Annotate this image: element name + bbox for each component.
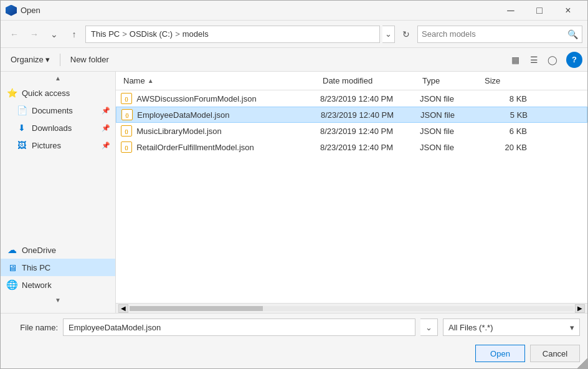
sidebar-item-onedrive[interactable]: ☁ OneDrive — [1, 241, 115, 259]
file-type-cell: JSON file — [420, 143, 482, 152]
file-row[interactable]: EmployeeDataModel.json 8/23/2019 12:40 P… — [116, 107, 587, 123]
documents-pin: 📌 — [102, 107, 110, 115]
this-pc-label: This PC — [22, 263, 110, 272]
col-header-size[interactable]: Size — [482, 76, 532, 85]
view-grid-button[interactable]: ▦ — [506, 52, 524, 68]
refresh-button[interactable]: ↻ — [397, 26, 415, 43]
file-date-cell: 8/23/2019 12:40 PM — [321, 110, 420, 120]
network-icon: 🌐 — [6, 279, 18, 291]
sidebar-item-quick-access[interactable]: ⭐ Quick access — [1, 84, 115, 102]
toolbar: Organize ▾ New folder ▦ ☰ ◯ ? — [1, 48, 587, 72]
quick-access-icon: ⭐ — [6, 87, 18, 99]
view-list-button[interactable]: ☰ — [525, 52, 543, 68]
file-date-cell: 8/23/2019 12:40 PM — [320, 127, 420, 136]
this-pc-icon: 🖥 — [6, 261, 18, 274]
search-icon: 🔍 — [567, 29, 578, 39]
file-name-dropdown[interactable]: ⌄ — [420, 319, 438, 336]
sidebar-scroll-up[interactable]: ▲ — [1, 72, 115, 84]
file-date-cell: 8/23/2019 12:40 PM — [320, 143, 420, 152]
main-content: ▲ ⭐ Quick access 📄 Documents 📌 ⬇ Downloa… — [1, 72, 587, 313]
scroll-thumb[interactable] — [130, 306, 263, 311]
file-size-cell: 8 KB — [482, 94, 532, 103]
sidebar-item-network[interactable]: 🌐 Network — [1, 276, 115, 294]
file-size-cell: 5 KB — [483, 110, 533, 120]
quick-access-label: Quick access — [22, 89, 110, 98]
file-icon — [121, 125, 132, 137]
window-controls: ─ □ × — [496, 1, 582, 21]
address-bar: ← → ⌄ ↑ This PC > OSDisk (C:) > models ⌄… — [1, 21, 587, 48]
documents-label: Documents — [32, 106, 99, 115]
toolbar-separator — [60, 54, 60, 66]
file-size-cell: 20 KB — [482, 143, 532, 152]
documents-icon: 📄 — [16, 104, 28, 117]
forward-button[interactable]: → — [26, 26, 43, 43]
close-button[interactable]: × — [554, 1, 582, 21]
search-input[interactable] — [422, 29, 567, 39]
bottom-section: File name: ⌄ All Files (*.*) Open Cancel — [1, 313, 587, 368]
scroll-left-button[interactable]: ◀ — [118, 304, 128, 313]
sidebar: ▲ ⭐ Quick access 📄 Documents 📌 ⬇ Downloa… — [1, 72, 116, 313]
file-row[interactable]: AWSDiscussionForumModel.json 8/23/2019 1… — [116, 90, 587, 107]
organize-button[interactable]: Organize ▾ — [6, 52, 55, 68]
file-name-row: File name: ⌄ All Files (*.*) — [1, 314, 587, 341]
file-name-cell: MusicLibraryModel.json — [121, 125, 320, 137]
view-buttons: ▦ ☰ ◯ ? — [506, 52, 582, 68]
downloads-pin: 📌 — [102, 124, 110, 132]
title-bar: Open ─ □ × — [1, 1, 587, 21]
view-details-button[interactable]: ◯ — [544, 52, 561, 68]
help-button[interactable]: ? — [566, 52, 582, 68]
col-header-type[interactable]: Type — [420, 76, 482, 85]
file-name-cell: EmployeeDataModel.json — [121, 109, 321, 120]
file-list: Name ▲ Date modified Type Size — [116, 72, 587, 303]
file-type-select[interactable]: All Files (*.*) — [443, 319, 580, 336]
col-header-name[interactable]: Name ▲ — [121, 76, 320, 85]
sort-arrow-name: ▲ — [148, 77, 154, 84]
path-dropdown[interactable]: ⌄ — [382, 26, 395, 43]
onedrive-icon: ☁ — [6, 244, 18, 256]
file-icon — [121, 93, 132, 104]
horizontal-scrollbar[interactable]: ◀ ▶ — [116, 303, 587, 313]
open-button[interactable]: Open — [475, 345, 525, 362]
sidebar-item-pictures[interactable]: 🖼 Pictures 📌 — [1, 137, 115, 154]
minimize-button[interactable]: ─ — [496, 1, 525, 21]
file-row[interactable]: RetailOrderFulfillmentModel.json 8/23/20… — [116, 139, 587, 155]
file-type-cell: JSON file — [420, 110, 483, 120]
file-name-cell: AWSDiscussionForumModel.json — [121, 93, 320, 104]
file-date-cell: 8/23/2019 12:40 PM — [320, 94, 420, 103]
app-icon — [6, 5, 17, 16]
file-type-cell: JSON file — [420, 127, 482, 136]
file-name-label: File name: — [8, 323, 58, 332]
scroll-track[interactable] — [130, 306, 574, 311]
sidebar-scroll-down[interactable]: ▼ — [1, 294, 115, 306]
search-box[interactable]: 🔍 — [417, 26, 582, 43]
pictures-icon: 🖼 — [16, 139, 28, 151]
file-name-input[interactable] — [69, 323, 410, 332]
file-size-cell: 6 KB — [482, 127, 532, 136]
downloads-icon: ⬇ — [16, 122, 28, 134]
new-folder-button[interactable]: New folder — [65, 52, 114, 68]
sidebar-item-downloads[interactable]: ⬇ Downloads 📌 — [1, 119, 115, 137]
up-button[interactable]: ↑ — [65, 26, 83, 43]
cancel-button[interactable]: Cancel — [530, 345, 580, 362]
file-row[interactable]: MusicLibraryModel.json 8/23/2019 12:40 P… — [116, 123, 587, 139]
resize-handle[interactable] — [577, 358, 587, 368]
sidebar-item-this-pc[interactable]: 🖥 This PC — [1, 259, 115, 276]
scroll-right-button[interactable]: ▶ — [575, 304, 585, 313]
recent-button[interactable]: ⌄ — [45, 26, 63, 43]
network-label: Network — [22, 280, 110, 290]
file-name-cell: RetailOrderFulfillmentModel.json — [121, 141, 320, 153]
col-header-date[interactable]: Date modified — [320, 76, 420, 85]
sidebar-item-documents[interactable]: 📄 Documents 📌 — [1, 102, 115, 119]
pictures-pin: 📌 — [102, 141, 110, 150]
file-icon — [121, 141, 132, 153]
open-dialog: Open ─ □ × ← → ⌄ ↑ This PC > OSDisk (C:)… — [0, 0, 588, 369]
path-osdisk: OSDisk (C:) — [130, 29, 173, 39]
action-row: Open Cancel — [1, 341, 587, 368]
address-path[interactable]: This PC > OSDisk (C:) > models — [85, 26, 380, 43]
file-list-header: Name ▲ Date modified Type Size — [116, 72, 587, 90]
file-name-input-wrapper[interactable] — [63, 319, 415, 336]
file-type-cell: JSON file — [420, 94, 482, 103]
pictures-label: Pictures — [32, 141, 99, 150]
maximize-button[interactable]: □ — [525, 1, 554, 21]
back-button[interactable]: ← — [6, 26, 23, 43]
